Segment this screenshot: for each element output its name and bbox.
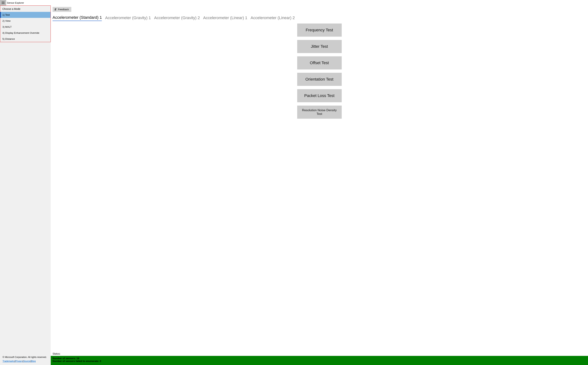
tab-accelerometer-gravity-2[interactable]: Accelerometer (Gravity) 2	[154, 15, 200, 21]
status-sensors-count: Number of sensors: 19	[52, 357, 586, 360]
tab-accelerometer-gravity-1[interactable]: Accelerometer (Gravity) 1	[105, 15, 151, 21]
tab-accelerometer-linear-2[interactable]: Accelerometer (Linear) 2	[251, 15, 295, 21]
mode-panel-title: Choose a Mode	[0, 6, 50, 12]
tab-accelerometer-linear-1[interactable]: Accelerometer (Linear) 1	[203, 15, 247, 21]
hamburger-button[interactable]	[0, 0, 6, 6]
copyright-text: © Microsoft Corporation. All rights rese…	[3, 356, 48, 358]
footer-links: Trademarks|Privacy|Source|Blog	[3, 360, 48, 362]
link-source[interactable]: Source	[23, 360, 31, 362]
status-sensors-failed: Number of sensors failed to enumerate: 0	[52, 360, 586, 362]
mode-item-view[interactable]: 2) View	[0, 18, 50, 24]
sensor-tabs: Accelerometer (Standard) 1 Accelerometer…	[51, 12, 588, 21]
test-buttons-area: Frequency Test Jitter Test Offset Test O…	[51, 21, 588, 351]
feedback-row: Feedback	[51, 6, 588, 12]
hamburger-icon	[2, 2, 5, 4]
packet-loss-test-button[interactable]: Packet Loss Test	[297, 89, 342, 102]
sidebar: Choose a Mode 1) Test 2) View 3) MALT 4)…	[0, 6, 51, 365]
mode-panel: Choose a Mode 1) Test 2) View 3) MALT 4)…	[0, 6, 51, 42]
resolution-noise-density-test-button[interactable]: Resolution Noise Density Test	[297, 105, 342, 119]
tab-accelerometer-standard-1[interactable]: Accelerometer (Standard) 1	[52, 15, 102, 21]
link-trademarks[interactable]: Trademarks	[3, 360, 14, 362]
mode-item-malt[interactable]: 3) MALT	[0, 24, 50, 30]
jitter-test-button[interactable]: Jitter Test	[297, 40, 342, 53]
main-layout: Choose a Mode 1) Test 2) View 3) MALT 4)…	[0, 6, 588, 365]
app-title: Sensor Explorer	[7, 1, 24, 4]
mode-item-test[interactable]: 1) Test	[0, 12, 50, 18]
title-bar: Sensor Explorer	[0, 0, 588, 6]
svg-point-0	[55, 8, 56, 9]
orientation-test-button[interactable]: Orientation Test	[297, 73, 342, 86]
feedback-button[interactable]: Feedback	[52, 7, 71, 12]
feedback-label: Feedback	[58, 8, 69, 11]
offset-test-button[interactable]: Offset Test	[297, 56, 342, 70]
content-area: Feedback Accelerometer (Standard) 1 Acce…	[51, 6, 588, 365]
status-bar: Number of sensors: 19 Number of sensors …	[51, 356, 588, 365]
link-blog[interactable]: Blog	[31, 360, 36, 362]
feedback-icon	[54, 8, 57, 11]
status-label: Status:	[51, 351, 588, 356]
frequency-test-button[interactable]: Frequency Test	[297, 23, 342, 37]
mode-item-display-enhancement[interactable]: 4) Display Enhancement Override	[0, 30, 50, 36]
link-privacy[interactable]: Privacy	[15, 360, 23, 362]
mode-item-distance[interactable]: 5) Distance	[0, 36, 50, 42]
sidebar-footer: © Microsoft Corporation. All rights rese…	[0, 354, 51, 365]
